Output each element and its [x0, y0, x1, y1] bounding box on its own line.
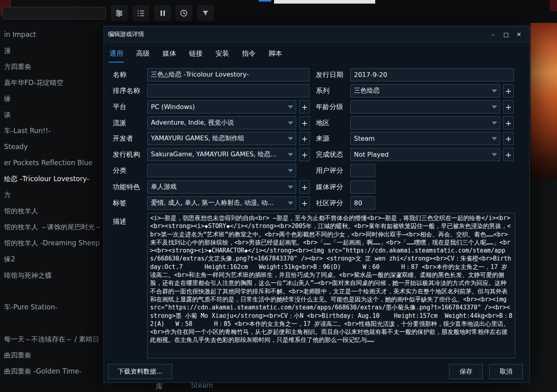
chevron-down-icon — [288, 137, 293, 143]
features-value: 单人游戏 — [151, 183, 285, 191]
platform-label: 平台 — [113, 100, 126, 113]
game-list-item[interactable]: er Pockets Reflection Blue — [4, 158, 103, 168]
publisher-label: 发行机构 — [113, 148, 140, 161]
game-list-item[interactable]: 漫 — [4, 45, 103, 56]
save-button[interactable]: 保存 — [449, 364, 483, 379]
chevron-down-icon — [492, 105, 497, 111]
view-list-button[interactable] — [132, 5, 149, 21]
tab-actions[interactable]: 指令 — [241, 46, 256, 63]
add-feature-button[interactable]: + — [299, 180, 310, 194]
game-list-item[interactable]: 方四重奏 — [4, 61, 103, 72]
dialog-titlebar: 编辑游戏详情 – □ ✕ — [104, 26, 529, 42]
tab-media[interactable]: 媒体 — [162, 46, 177, 63]
series-value: 三色绘恋 — [354, 87, 489, 95]
add-source-button[interactable]: + — [503, 132, 514, 145]
add-developer-button[interactable]: + — [299, 132, 310, 145]
game-list-item[interactable]: 啡馆与死神之蝶 — [4, 270, 103, 281]
platform-value: PC (Windows) — [151, 103, 285, 111]
library-label: 库 — [156, 382, 163, 391]
source-select[interactable]: Steam — [350, 132, 500, 145]
game-list-item-selected[interactable]: 绘恋 -Tricolour Lovestory- — [4, 174, 103, 184]
completion-status-select[interactable]: Not Played — [350, 148, 500, 161]
game-list-item[interactable]: 馆的牧羊人 ～课馀的尾巴时光～ — [4, 222, 103, 232]
game-list-item[interactable]: 车-Last Run!!- — [4, 125, 103, 136]
completion-status-value: Not Played — [354, 151, 489, 158]
game-list-item[interactable]: 每一天～不连续存在～ / 素晴日 — [4, 334, 103, 344]
list-icon — [136, 9, 145, 18]
game-list-item[interactable]: Steady — [4, 141, 103, 152]
chevron-down-icon — [288, 153, 293, 159]
source-value: Steam — [354, 135, 489, 142]
game-list-item[interactable]: 缘 — [4, 93, 103, 104]
category-select[interactable] — [147, 164, 296, 177]
tags-label: 标签 — [113, 196, 126, 210]
sort-name-label: 排序名称 — [113, 84, 140, 97]
close-button[interactable]: ✕ — [512, 29, 525, 40]
download-metadata-button[interactable]: 下载资料数据... — [108, 364, 172, 379]
filter-button[interactable] — [197, 5, 214, 21]
critic-score-input[interactable] — [350, 180, 375, 194]
source-label: 来源 — [316, 132, 329, 145]
maximize-button[interactable]: □ — [500, 29, 512, 40]
add-completion-status-button[interactable]: + — [503, 148, 514, 161]
game-list-item[interactable]: 谈 — [4, 109, 103, 120]
community-score-input[interactable] — [350, 196, 375, 210]
minimize-button[interactable]: – — [487, 29, 500, 40]
filter-presets-button[interactable] — [111, 5, 128, 21]
chevron-down-icon — [288, 202, 293, 208]
tab-installation[interactable]: 安装 — [215, 46, 230, 63]
search-input[interactable] — [2, 7, 106, 19]
name-input[interactable] — [147, 68, 309, 81]
name-label: 名称 — [113, 68, 126, 81]
user-score-input[interactable] — [350, 164, 375, 177]
add-series-button[interactable]: + — [503, 84, 514, 97]
region-label: 地区 — [316, 116, 329, 129]
chevron-down-icon — [288, 169, 293, 175]
game-list-item[interactable]: 曲四重奏 — [4, 350, 103, 360]
age-rating-select[interactable] — [350, 100, 500, 113]
game-list-item[interactable]: 馆的牧羊人 — [4, 206, 103, 216]
recent-button[interactable] — [175, 5, 192, 21]
game-list-item[interactable]: 车-Pure Station- — [4, 302, 103, 312]
add-platform-button[interactable]: + — [299, 100, 310, 113]
chevron-down-icon — [492, 89, 497, 95]
add-tag-button[interactable]: + — [299, 196, 310, 210]
tab-scripts[interactable]: 脚本 — [268, 46, 283, 63]
features-select[interactable]: 单人游戏 — [147, 180, 296, 194]
completion-status-label: 完成状态 — [316, 148, 343, 161]
cancel-button[interactable]: 取消 — [489, 364, 523, 379]
background-accent-bar — [259, 0, 271, 2]
platform-select[interactable]: PC (Windows) — [147, 100, 296, 113]
age-rating-label: 年龄分级 — [316, 100, 343, 113]
description-textarea[interactable]: <i>—那是，朝思夜想也未尝得到的自由<br> —那是，至今为止都不曾体会的懵懂… — [147, 213, 515, 358]
add-genre-button[interactable]: + — [299, 116, 310, 129]
add-publisher-button[interactable]: + — [299, 148, 310, 161]
chevron-down-icon — [288, 121, 293, 127]
game-list-item[interactable]: 嘉年华FD-花绽晴空 — [4, 77, 103, 88]
publisher-select[interactable]: SakuraGame, YAMAYURI GAMES, 绘恋... — [147, 148, 296, 161]
add-age-rating-button[interactable]: + — [503, 100, 514, 113]
genre-select[interactable]: Adventure, Indie, 视觉小说 — [147, 116, 296, 129]
game-list-item[interactable]: 馆的牧羊人 -Dreaming Sheep — [4, 238, 103, 248]
sort-name-input[interactable] — [147, 84, 309, 97]
genre-label: 流派 — [113, 116, 126, 129]
publisher-value: SakuraGame, YAMAYURI GAMES, 绘恋... — [151, 150, 285, 159]
series-select[interactable]: 三色绘恋 — [350, 84, 500, 97]
region-select[interactable] — [350, 116, 500, 129]
add-region-button[interactable]: + — [503, 116, 514, 129]
series-label: 系列 — [316, 84, 329, 97]
developer-select[interactable]: YAMAYURI GAMES, 绘恋制作组 — [147, 132, 296, 145]
release-date-input[interactable] — [350, 68, 514, 81]
game-list-item[interactable]: 方 — [4, 190, 103, 200]
tags-select[interactable]: 爱情, 成人, 单人, 第一人称射击, 动漫, 动... — [147, 196, 296, 210]
tab-general[interactable]: 通用 — [109, 46, 124, 63]
group-by-button[interactable] — [154, 5, 171, 21]
game-list-item[interactable]: in Impact — [4, 29, 103, 40]
community-score-label: 社区评分 — [316, 196, 343, 210]
tab-links[interactable]: 链接 — [188, 46, 203, 63]
chevron-down-icon — [492, 137, 497, 143]
tab-advanced[interactable]: 高级 — [135, 46, 150, 63]
game-list-item[interactable]: 缘2 — [4, 254, 103, 264]
game-list-item[interactable]: 曲四重奏 -Golden Time- — [4, 366, 103, 376]
background-window-fragment-right — [550, 0, 557, 11]
